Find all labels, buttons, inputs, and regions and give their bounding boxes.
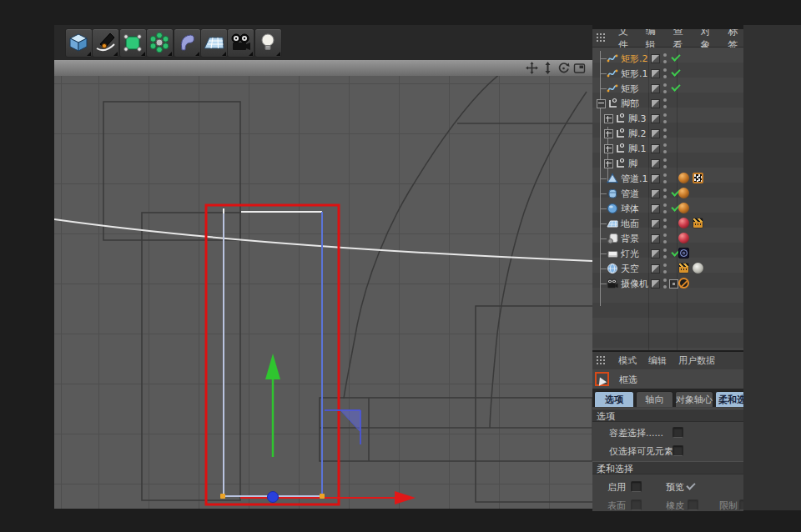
array-generator-button[interactable] xyxy=(146,28,174,58)
object-row-rect1[interactable]: 矩形.1 xyxy=(592,66,743,81)
am-menu-userdata[interactable]: 用户数据 xyxy=(678,354,715,367)
viewport-zoom-icon[interactable] xyxy=(542,62,554,74)
layer-chip[interactable] xyxy=(651,174,660,183)
object-row-foot[interactable]: 脚 xyxy=(592,156,743,171)
bend-deformer-button[interactable] xyxy=(174,28,201,58)
compositing-tag-icon[interactable] xyxy=(678,263,689,274)
camera-view-toggle-icon[interactable] xyxy=(669,279,678,289)
spline-point-right[interactable] xyxy=(320,494,325,499)
viewport-rotate-icon[interactable] xyxy=(557,62,570,74)
object-row-sphere[interactable]: 球体 xyxy=(592,201,743,216)
collapse-expand-icon[interactable] xyxy=(604,159,613,168)
noise-texture-tag-icon[interactable] xyxy=(693,263,703,274)
viewport-maximize-icon[interactable] xyxy=(573,62,586,74)
tab-object-axis[interactable]: 对象轴心 xyxy=(675,391,713,407)
object-row-pipe[interactable]: 管道 xyxy=(592,186,743,201)
material-tag-icon[interactable] xyxy=(678,218,689,228)
visibility-dots[interactable] xyxy=(663,233,667,243)
layer-chip[interactable] xyxy=(651,69,660,78)
compositing-tag-icon[interactable] xyxy=(693,218,703,228)
layer-chip[interactable] xyxy=(651,144,660,153)
enabled-check-icon[interactable] xyxy=(671,82,680,91)
visibility-dots[interactable] xyxy=(663,158,667,168)
layer-chip[interactable] xyxy=(651,204,660,213)
object-row-feet-group[interactable]: 脚部 xyxy=(592,96,743,111)
object-row-foot3[interactable]: 脚.3 xyxy=(592,111,743,126)
layer-chip[interactable] xyxy=(651,234,660,243)
floor-environment-button[interactable] xyxy=(200,28,228,58)
y-axis-arrowhead[interactable] xyxy=(265,354,280,379)
object-row-sky[interactable]: 天空 xyxy=(592,261,743,276)
x-axis-arrowhead[interactable] xyxy=(395,491,416,504)
visibility-dots[interactable] xyxy=(663,128,667,138)
section-header-soft-selection[interactable]: 柔和选择 xyxy=(592,461,743,474)
material-tag-icon[interactable] xyxy=(678,188,689,198)
tolerant-selection-checkbox[interactable] xyxy=(673,427,683,438)
visibility-dots[interactable] xyxy=(663,188,667,198)
layer-chip[interactable] xyxy=(651,129,660,138)
object-row-camera[interactable]: 摄像机 xyxy=(592,276,743,291)
spline-pen-button[interactable] xyxy=(92,28,119,58)
material-tag-icon[interactable] xyxy=(678,203,689,213)
add-cube-button[interactable] xyxy=(65,28,93,58)
subdivision-surface-button[interactable] xyxy=(119,28,147,58)
collapse-expand-icon[interactable] xyxy=(604,144,613,153)
camera-button[interactable] xyxy=(227,28,254,58)
visibility-dots[interactable] xyxy=(663,98,667,108)
collapse-expand-icon[interactable] xyxy=(604,114,613,123)
selection-rectangle[interactable] xyxy=(206,205,339,504)
enabled-check-icon[interactable] xyxy=(671,67,680,76)
visibility-dots[interactable] xyxy=(663,279,667,289)
material-tag-icon[interactable] xyxy=(678,173,689,183)
rubber-checkbox[interactable] xyxy=(688,499,698,510)
object-row-rect2[interactable]: 矩形.2 xyxy=(592,51,743,66)
visibility-dots[interactable] xyxy=(663,68,667,78)
layer-chip[interactable] xyxy=(651,54,660,63)
target-tag-icon[interactable] xyxy=(678,248,689,258)
visibility-dots[interactable] xyxy=(663,263,667,274)
object-row-foot2[interactable]: 脚.2 xyxy=(592,126,743,141)
am-menu-edit[interactable]: 编辑 xyxy=(648,354,667,367)
panel-grip-icon[interactable] xyxy=(596,355,607,366)
collapse-expand-icon[interactable] xyxy=(597,99,606,108)
layer-chip[interactable] xyxy=(651,279,660,289)
object-row-floor[interactable]: 地面 xyxy=(592,216,743,231)
axis-center-point[interactable] xyxy=(268,492,279,503)
tab-axis[interactable]: 轴向 xyxy=(636,391,673,407)
layer-chip[interactable] xyxy=(651,189,660,198)
viewport[interactable] xyxy=(54,76,592,509)
layer-chip[interactable] xyxy=(651,264,660,274)
object-row-rect[interactable]: 矩形 xyxy=(592,81,743,96)
visibility-dots[interactable] xyxy=(663,173,667,183)
surface-checkbox[interactable] xyxy=(631,499,642,510)
enabled-check-icon[interactable] xyxy=(671,52,680,61)
panel-grip-icon[interactable] xyxy=(596,33,607,43)
material-tag-icon[interactable] xyxy=(678,233,689,243)
am-menu-mode[interactable]: 模式 xyxy=(618,354,637,367)
tab-soft-selection[interactable]: 柔和选择 xyxy=(715,391,743,407)
visibility-dots[interactable] xyxy=(663,203,667,213)
visibility-dots[interactable] xyxy=(663,143,667,153)
object-row-foot1[interactable]: 脚.1 xyxy=(592,141,743,156)
section-header-options[interactable]: 选项 xyxy=(592,409,743,422)
visibility-dots[interactable] xyxy=(663,83,667,93)
layer-chip[interactable] xyxy=(651,219,660,228)
texture-tag-icon[interactable] xyxy=(693,173,703,183)
collapse-expand-icon[interactable] xyxy=(604,129,613,138)
protection-tag-icon[interactable] xyxy=(678,278,689,289)
visibility-dots[interactable] xyxy=(663,218,667,228)
layer-chip[interactable] xyxy=(651,84,660,93)
layer-chip[interactable] xyxy=(651,99,660,108)
layer-chip[interactable] xyxy=(651,249,660,258)
object-row-background[interactable]: 背景 xyxy=(592,231,743,246)
preview-checkmark[interactable] xyxy=(686,480,695,489)
object-row-light[interactable]: 灯光 xyxy=(592,246,743,261)
visibility-dots[interactable] xyxy=(663,248,667,258)
spline-point-left[interactable] xyxy=(220,494,225,499)
tab-options[interactable]: 选项 xyxy=(594,391,634,407)
enable-checkbox[interactable] xyxy=(631,481,642,492)
visibility-dots[interactable] xyxy=(663,53,667,63)
visibility-dots[interactable] xyxy=(663,113,667,123)
layer-chip[interactable] xyxy=(651,159,660,168)
light-button[interactable] xyxy=(254,28,282,58)
